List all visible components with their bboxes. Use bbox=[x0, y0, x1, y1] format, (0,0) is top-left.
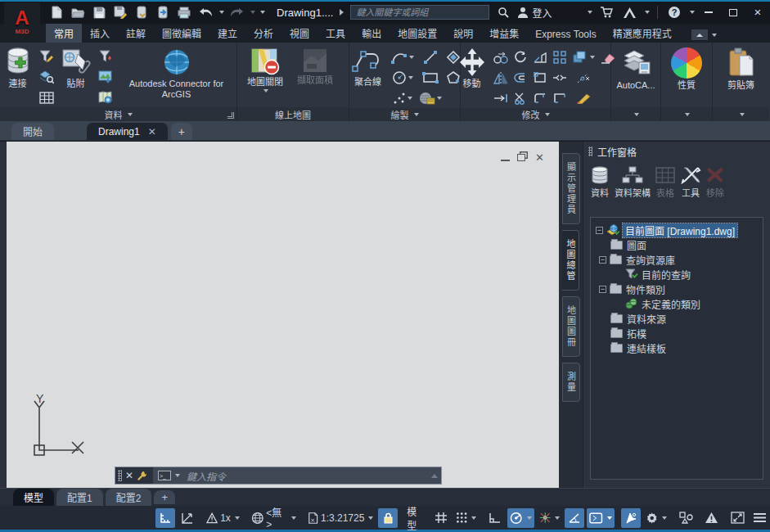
tree-item-query-library[interactable]: − 查詢資源庫 bbox=[599, 252, 761, 267]
object-snap-tracking-control[interactable] bbox=[537, 508, 562, 528]
ribbon-tab-home[interactable]: 常用 bbox=[46, 24, 82, 43]
ribbon-tab-feature-edit[interactable]: 圖徵編輯 bbox=[154, 24, 209, 43]
layout-tab-layout1[interactable]: 配置1 bbox=[56, 489, 103, 506]
attach-button[interactable]: 貼附 bbox=[58, 46, 94, 91]
collapse-icon[interactable]: − bbox=[596, 227, 603, 234]
copy-tool[interactable] bbox=[492, 47, 510, 67]
tree-item-undefined-class[interactable]: 未定義的類別 bbox=[625, 296, 761, 311]
collapse-icon[interactable]: − bbox=[599, 256, 606, 264]
panel-label-clipboard[interactable] bbox=[713, 107, 769, 121]
file-tab-drawing1[interactable]: Drawing1 ✕ bbox=[87, 123, 168, 140]
connect-button[interactable]: 連接 bbox=[1, 46, 35, 91]
filter-edit-icon[interactable] bbox=[37, 47, 56, 65]
customization-gear-control[interactable] bbox=[643, 508, 669, 528]
open-file-button[interactable] bbox=[69, 4, 87, 20]
help-search-input[interactable] bbox=[350, 5, 489, 20]
ribbon-tab-addins[interactable]: 增益集 bbox=[481, 24, 527, 43]
help-dropdown-icon[interactable] bbox=[690, 11, 695, 14]
save-to-web-mobile-button[interactable] bbox=[133, 4, 151, 20]
tp-data-button[interactable]: 資料 bbox=[590, 166, 610, 199]
rotate-tool[interactable] bbox=[511, 47, 529, 67]
dynamic-input-control[interactable] bbox=[587, 508, 614, 528]
command-line[interactable]: ✕ >_ 鍵入指令 bbox=[115, 467, 442, 485]
close-button[interactable]: × bbox=[745, 2, 770, 22]
ribbon-tab-annotate[interactable]: 註解 bbox=[118, 24, 154, 43]
collapse-icon[interactable]: − bbox=[599, 286, 606, 293]
tree-item-current-drawing[interactable]: − 目前圖面 [Drawing1.dwg] bbox=[596, 223, 761, 237]
account-dropdown-icon[interactable] bbox=[588, 11, 592, 14]
layout-tab-layout2[interactable]: 配置2 bbox=[106, 489, 152, 506]
ribbon-tab-create[interactable]: 建立 bbox=[209, 24, 245, 43]
rectangle-tool[interactable] bbox=[417, 68, 444, 88]
model-paper-toggle[interactable]: 模型 bbox=[404, 508, 429, 528]
point-tool[interactable] bbox=[390, 88, 416, 108]
app-store-cart-icon[interactable] bbox=[597, 4, 615, 20]
command-line-grip[interactable]: ✕ bbox=[115, 467, 153, 484]
new-layout-button[interactable]: + bbox=[154, 490, 175, 504]
table-icon[interactable] bbox=[37, 88, 56, 106]
qat-customize-icon[interactable] bbox=[260, 11, 265, 14]
hatch-tool[interactable] bbox=[417, 88, 444, 108]
panel-label-properties[interactable] bbox=[661, 107, 712, 121]
side-tab-map-book[interactable]: 地圖圖冊 bbox=[562, 296, 580, 357]
snap-edit-tool[interactable] bbox=[570, 68, 597, 88]
layout-tab-model[interactable]: 模型 bbox=[13, 489, 54, 506]
clean-screen-button[interactable] bbox=[728, 508, 748, 528]
search-icon[interactable] bbox=[494, 4, 512, 20]
snap-mode-control[interactable] bbox=[453, 508, 479, 528]
ribbon-tab-help[interactable]: 說明 bbox=[445, 24, 481, 43]
scale-lock-toggle[interactable] bbox=[378, 508, 398, 528]
ribbon-tab-featured-apps[interactable]: 精選應用程式 bbox=[605, 24, 680, 43]
pencil-edit-tool[interactable] bbox=[570, 88, 597, 108]
maximize-button[interactable] bbox=[721, 2, 745, 22]
sign-in-button[interactable]: 登入 bbox=[517, 6, 552, 20]
tree-item-object-classes[interactable]: − 物件類別 bbox=[599, 282, 761, 296]
filter-style-icon[interactable] bbox=[96, 47, 115, 65]
autodesk-a-icon[interactable] bbox=[620, 4, 638, 20]
panel-label-modify[interactable]: 修改 bbox=[461, 108, 610, 121]
scale-tool[interactable] bbox=[531, 47, 549, 67]
copy-nested-tool[interactable] bbox=[570, 47, 597, 67]
tree-item-data-sources[interactable]: 資料來源 bbox=[610, 311, 761, 326]
ribbon-tab-analyze[interactable]: 分析 bbox=[245, 24, 281, 43]
drawing-canvas[interactable]: ✕ Y X ✕ bbox=[7, 142, 559, 488]
side-tab-survey[interactable]: 測量 bbox=[562, 363, 580, 402]
query-zoom-icon[interactable] bbox=[37, 68, 56, 86]
extend-tool[interactable] bbox=[492, 88, 510, 108]
fillet-tool-1[interactable] bbox=[531, 88, 549, 108]
panel-launcher-icon[interactable] bbox=[227, 112, 234, 119]
arcgis-connector-button[interactable]: Autodesk Connector for ArcGIS bbox=[117, 46, 236, 101]
command-prompt-button[interactable]: >_ bbox=[158, 471, 180, 480]
viewport-close-icon[interactable]: ✕ bbox=[535, 151, 544, 164]
file-tab-start[interactable]: 開始 bbox=[11, 123, 54, 140]
ribbon-minimize-dropdown-icon[interactable] bbox=[712, 34, 717, 37]
ribbon-tab-output[interactable]: 輸出 bbox=[353, 24, 390, 43]
tree-item-topologies[interactable]: 拓樸 bbox=[610, 326, 761, 340]
line-tool[interactable] bbox=[417, 47, 444, 67]
undo-dropdown-icon[interactable] bbox=[219, 11, 224, 14]
polar-tracking-control[interactable] bbox=[507, 508, 534, 528]
panel-label-data[interactable]: 資料 bbox=[0, 107, 236, 121]
viewport-minimize-icon[interactable] bbox=[501, 160, 510, 161]
panel-label-online-map[interactable]: 線上地圖 bbox=[237, 107, 349, 121]
undo-button[interactable] bbox=[196, 4, 214, 20]
trim-tool[interactable] bbox=[511, 88, 529, 108]
task-pane-header[interactable]: 工作窗格 bbox=[583, 142, 770, 161]
mirror-tool[interactable] bbox=[492, 68, 510, 88]
tree-item-current-query[interactable]: 目前的查詢 bbox=[625, 267, 761, 282]
new-drawing-tab-button[interactable]: + bbox=[171, 123, 192, 140]
help-icon[interactable]: ? bbox=[665, 4, 683, 20]
circle-tool[interactable] bbox=[390, 68, 416, 88]
plot-button[interactable] bbox=[175, 4, 193, 20]
object-snap-toggle[interactable] bbox=[565, 508, 584, 528]
command-input-placeholder[interactable]: 鍵入指令 bbox=[187, 469, 226, 483]
tp-schema-button[interactable]: 資料架構 bbox=[615, 166, 651, 199]
panel-label-autocad[interactable] bbox=[611, 107, 660, 121]
save-button[interactable] bbox=[90, 4, 108, 20]
save-as-button[interactable] bbox=[111, 4, 129, 20]
arc-tool[interactable] bbox=[390, 47, 416, 67]
annotation-scale-control[interactable]: 1x bbox=[204, 508, 242, 528]
map-import-icon[interactable] bbox=[96, 88, 115, 106]
ribbon-tab-map-setup[interactable]: 地圖設置 bbox=[390, 24, 445, 43]
close-tab-icon[interactable]: ✕ bbox=[148, 126, 156, 138]
